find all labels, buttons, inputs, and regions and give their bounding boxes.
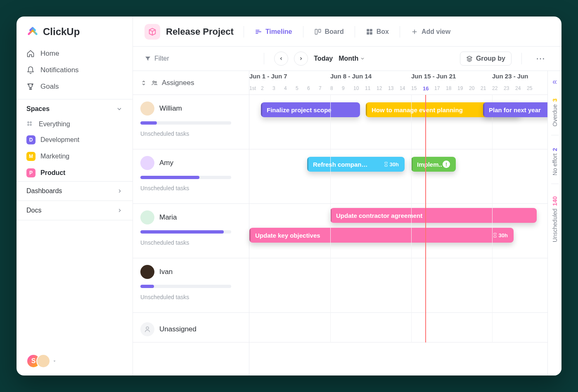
rail-overdue[interactable]: Overdue 3 (552, 99, 558, 127)
unscheduled-tasks-link[interactable]: Unscheduled tasks (140, 239, 242, 246)
svg-point-3 (30, 124, 31, 125)
unassigned-row[interactable]: Unassigned (133, 313, 249, 342)
task-bar[interactable]: Implem..! (411, 157, 456, 172)
view-tab-board[interactable]: Board (313, 26, 345, 37)
space-item-product[interactable]: PProduct (17, 165, 133, 181)
day-label: 19 (457, 85, 463, 91)
unscheduled-tasks-link[interactable]: Unscheduled tasks (140, 185, 242, 191)
assignee-row[interactable]: Amy Unscheduled tasks (133, 149, 249, 204)
clickup-logo-icon (26, 26, 39, 38)
assignee-column-label: Assignees (162, 79, 194, 87)
docs-label: Docs (26, 207, 41, 214)
week-label: Jun 23 - Jun (492, 73, 528, 80)
task-bar[interactable]: Finalize project scope (261, 102, 360, 117)
assignee-row[interactable]: Ivan Unscheduled tasks (133, 258, 249, 313)
view-tab-box[interactable]: Box (365, 26, 390, 37)
chevron-right-icon (117, 188, 123, 194)
brand-logo[interactable]: ClickUp (17, 17, 133, 45)
sidebar-footer[interactable]: S (17, 347, 133, 375)
svg-point-0 (28, 122, 29, 123)
svg-rect-8 (367, 32, 369, 35)
day-label: 24 (515, 85, 521, 91)
day-label: 8 (330, 85, 333, 91)
task-bar[interactable]: Refresh compan…30h (307, 157, 405, 172)
assignee-column-header[interactable]: Assignees (133, 71, 249, 95)
assignee-row[interactable]: Maria Unscheduled tasks (133, 204, 249, 258)
rail-unscheduled[interactable]: Unscheduled 140 (552, 196, 558, 242)
progress-bar (140, 176, 231, 179)
svg-rect-5 (318, 29, 320, 33)
svg-rect-9 (370, 32, 372, 35)
space-item-development[interactable]: DDevelopment (17, 132, 133, 148)
day-label: 21 (481, 85, 486, 91)
day-label: 18 (446, 85, 451, 91)
collapse-rail-button[interactable]: « (552, 77, 557, 86)
prev-button[interactable] (274, 52, 288, 66)
next-button[interactable] (294, 52, 308, 66)
caret-down-icon (52, 359, 57, 364)
space-everything[interactable]: Everything (17, 117, 133, 132)
day-label: 11 (365, 85, 370, 91)
nav-home[interactable]: Home (17, 45, 133, 62)
user-avatar-stack[interactable]: S (26, 354, 50, 368)
progress-bar (140, 285, 231, 288)
assignee-avatar (140, 265, 154, 279)
more-button[interactable]: ⋯ (532, 53, 550, 64)
assignee-avatar (140, 156, 154, 170)
task-bar[interactable]: Update key objectives30h (249, 228, 514, 243)
today-button[interactable]: Today (314, 55, 333, 62)
chevron-down-icon (360, 56, 365, 61)
day-label: 22 (492, 85, 497, 91)
group-by-label: Group by (476, 55, 505, 62)
day-label: 10 (353, 85, 359, 91)
progress-bar (140, 230, 231, 234)
side-rail: « Overdue 3 No effort 2 Unscheduled 140 (547, 71, 561, 375)
project-title: Release Project (166, 26, 234, 37)
svg-rect-4 (315, 29, 317, 34)
svg-point-12 (146, 327, 149, 329)
view-tab-timeline-label: Timeline (265, 28, 292, 35)
nav-notifications[interactable]: Notifications (17, 62, 133, 78)
grid-dots-icon (26, 120, 34, 128)
task-label: Implem.. (417, 161, 442, 168)
chevron-down-icon (116, 106, 123, 112)
project-header: Release Project Timeline Board Box Add v… (133, 17, 561, 47)
view-tab-box-label: Box (377, 28, 389, 35)
day-label: 15 (411, 85, 417, 91)
scale-selector[interactable]: Month (339, 55, 365, 62)
group-by-button[interactable]: Group by (460, 52, 512, 66)
task-label: Finalize project scope (267, 106, 332, 113)
nav-goals[interactable]: Goals (17, 78, 133, 95)
unscheduled-tasks-link[interactable]: Unscheduled tasks (140, 130, 242, 137)
docs-section[interactable]: Docs (17, 201, 133, 220)
task-hours: 30h (493, 232, 508, 239)
spaces-header[interactable]: Spaces (17, 99, 133, 117)
day-label: 6 (307, 85, 310, 91)
gantt-header: Jun 1 - Jun 7Jun 8 - Jun 14Jun 15 - Jun … (249, 71, 561, 95)
nav-notifications-label: Notifications (40, 66, 79, 74)
nav-home-label: Home (40, 50, 59, 58)
filter-button[interactable]: Filter (144, 55, 169, 62)
sort-icon (140, 80, 147, 86)
people-icon (151, 80, 158, 86)
assignee-column: Assignees William Unscheduled tasks Amy … (133, 71, 249, 375)
week-label: Jun 8 - Jun 14 (330, 73, 372, 80)
add-view-button[interactable]: Add view (410, 26, 451, 37)
day-label: 16 (423, 85, 429, 92)
assignee-name: Amy (159, 159, 173, 167)
board-icon (314, 28, 322, 35)
view-tab-timeline[interactable]: Timeline (254, 26, 293, 37)
project-icon[interactable] (144, 24, 160, 40)
unscheduled-tasks-link[interactable]: Unscheduled tasks (140, 294, 242, 300)
task-bar[interactable]: Update contractor agreement (330, 208, 537, 223)
gantt-chart[interactable]: Jun 1 - Jun 7Jun 8 - Jun 14Jun 15 - Jun … (249, 71, 561, 375)
timeline-view: Assignees William Unscheduled tasks Amy … (133, 71, 561, 375)
gantt-row (249, 258, 561, 313)
layers-icon (466, 55, 473, 62)
dashboards-section[interactable]: Dashboards (17, 181, 133, 201)
rail-no-effort[interactable]: No effort 2 (552, 148, 558, 175)
assignee-row[interactable]: William Unscheduled tasks (133, 95, 249, 149)
chevron-right-icon (117, 208, 123, 213)
space-item-marketing[interactable]: MMarketing (17, 148, 133, 165)
svg-point-10 (153, 81, 154, 83)
